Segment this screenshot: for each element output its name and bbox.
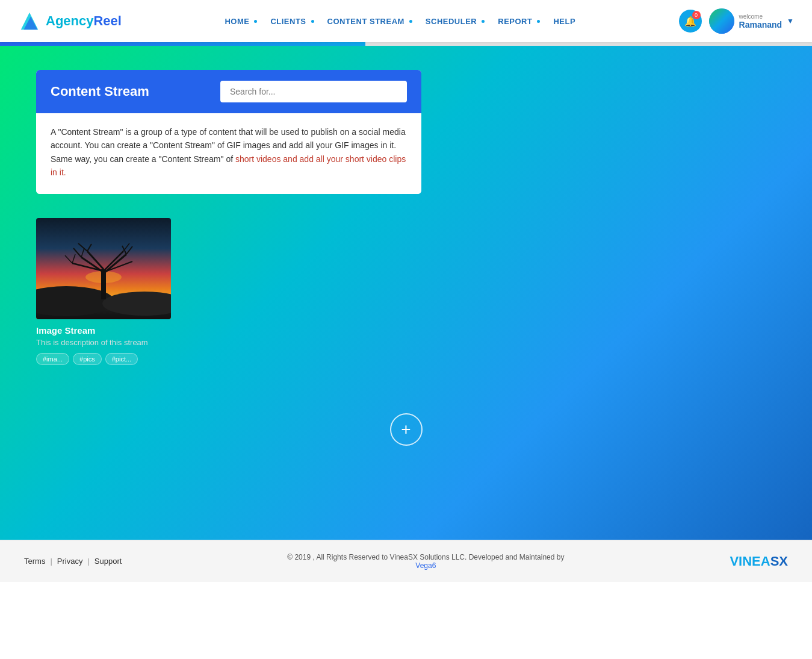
svg-rect-7 [101, 269, 106, 299]
footer-vega6-link[interactable]: Vega6 [415, 561, 436, 570]
footer-links: Terms | Privacy | Support [24, 557, 122, 566]
tag-ima[interactable]: #ima... [36, 353, 69, 365]
stream-title: Image Stream [36, 325, 181, 336]
stream-item[interactable]: Image Stream This is description of this… [36, 218, 181, 365]
add-stream-button[interactable]: + [390, 413, 423, 446]
nav-scheduler[interactable]: SCHEDULER [421, 14, 489, 28]
search-input[interactable] [220, 81, 407, 102]
nav-help[interactable]: HELP [548, 14, 580, 28]
nav-content-stream[interactable]: CONTENT STREAM [323, 14, 417, 28]
header-right: 🔔 0 welcome Ramanand ▼ [679, 8, 794, 34]
content-stream-card: Content Stream A "Content Stream" is a g… [36, 70, 421, 194]
brand-text: VINEASX [730, 554, 788, 569]
nav-dot [311, 20, 314, 23]
thumbnail-image [36, 218, 171, 319]
footer-brand: VINEASX [730, 554, 788, 569]
stream-tags: #ima... #pics #pict... [36, 353, 181, 365]
card-header: Content Stream [36, 70, 421, 113]
nav-dot [537, 20, 540, 23]
header: AgencyReel HOME CLIENTS CONTENT STREAM S… [0, 0, 812, 42]
add-button-container: + [36, 413, 776, 446]
user-info: welcome Ramanand [739, 13, 783, 30]
footer-sep-2: | [87, 557, 89, 566]
user-menu[interactable]: welcome Ramanand ▼ [709, 8, 794, 34]
main-content: Content Stream A "Content Stream" is a g… [0, 46, 812, 540]
page-title: Content Stream [51, 84, 149, 99]
avatar [709, 8, 734, 34]
nav-dot [482, 20, 485, 23]
nav-dot [409, 20, 412, 23]
footer-sep-1: | [50, 557, 52, 566]
tag-pics[interactable]: #pics [73, 353, 102, 365]
logo-icon [18, 10, 41, 33]
footer: Terms | Privacy | Support © 2019 , All R… [0, 540, 812, 582]
avatar-image [709, 8, 734, 34]
main-nav: HOME CLIENTS CONTENT STREAM SCHEDULER RE… [220, 14, 580, 28]
highlight-text: short videos and add all your short vide… [51, 154, 406, 177]
nav-clients[interactable]: CLIENTS [265, 14, 318, 28]
logo-text: AgencyReel [46, 13, 122, 29]
notification-badge: 0 [692, 11, 701, 19]
tag-pict[interactable]: #pict... [105, 353, 138, 365]
nav-report[interactable]: REPORT [493, 14, 545, 28]
nav-dot [254, 20, 257, 23]
notification-button[interactable]: 🔔 0 [679, 10, 702, 33]
footer-terms-link[interactable]: Terms [24, 557, 45, 566]
welcome-label: welcome [739, 13, 783, 20]
footer-support-link[interactable]: Support [95, 557, 122, 566]
card-description: A "Content Stream" is a group of a type … [51, 125, 407, 180]
stream-description: This is description of this stream [36, 338, 181, 347]
chevron-down-icon: ▼ [787, 17, 794, 25]
footer-privacy-link[interactable]: Privacy [57, 557, 83, 566]
nav-home[interactable]: HOME [220, 14, 262, 28]
stream-thumbnail [36, 218, 171, 319]
card-body: A "Content Stream" is a group of a type … [36, 113, 421, 194]
footer-copyright: © 2019 , All Rights Reserved to VineaSX … [287, 553, 564, 570]
username: Ramanand [739, 20, 783, 30]
logo[interactable]: AgencyReel [18, 10, 122, 33]
